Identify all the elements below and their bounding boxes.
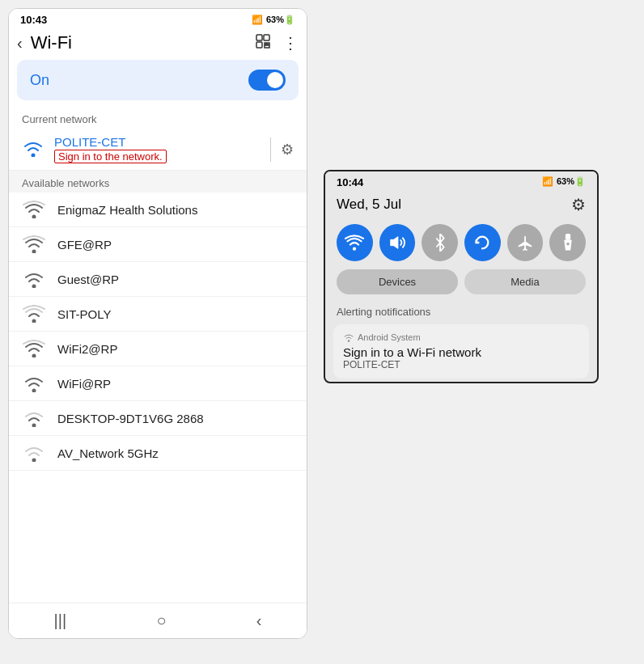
svg-point-11 [32,354,36,358]
nav-menu-icon[interactable]: ||| [54,611,67,630]
header-bar: ‹ Wi-Fi ⋮ [9,29,307,60]
svg-point-6 [32,153,36,157]
alerting-notifications-label: Alerting notifications [325,302,597,321]
nav-home-icon[interactable]: ○ [156,611,166,630]
sync-tile[interactable] [464,224,501,261]
notification-date: Wed, 5 Jul [337,197,401,213]
status-icons-left: 📶 63%🔋 [252,15,295,25]
network-item-8[interactable]: AV_Network 5GHz [9,436,307,471]
wifi-signal-icon-3 [22,270,46,288]
wifi-signal-icon-8 [22,444,46,462]
wifi-signal-icon-6 [22,374,46,392]
notification-app: Android System [343,332,579,342]
network-item-7[interactable]: DESKTOP-9DT1V6G 2868 [9,401,307,436]
right-notification-panel: 10:44 📶 63%🔋 Wed, 5 Jul ⚙ [324,170,599,383]
battery-icon-right: 63%🔋 [557,176,586,188]
header-actions: ⋮ [255,33,299,53]
media-tab[interactable]: Media [464,269,586,294]
svg-point-12 [32,389,36,393]
svg-marker-16 [391,237,398,249]
wifi-signal-icon-2 [22,235,46,253]
time-left: 10:43 [20,14,47,26]
wifi-signal-icon-7 [22,409,46,427]
available-networks-label: Available networks [9,171,307,192]
current-network-name: POLITE-CET [54,135,261,149]
svg-point-14 [32,459,36,463]
network-name-1: EnigmaZ Health Solutions [57,203,197,217]
sound-tile[interactable] [379,224,416,261]
page-title: Wi-Fi [31,32,255,53]
current-network-status: Sign in to the network. [54,150,167,163]
airplane-tile[interactable] [507,224,544,261]
svg-point-10 [32,319,36,324]
notification-card[interactable]: Android System Sign in to a Wi-Fi networ… [333,324,589,379]
network-item-6[interactable]: WiFi@RP [9,366,307,401]
status-icons-right: 📶 63%🔋 [542,176,586,188]
notification-title: Sign in to a Wi-Fi network [343,345,579,359]
svg-rect-1 [264,35,269,40]
wifi-on-label: On [30,72,49,89]
network-name-5: WiFi2@RP [57,342,117,356]
more-menu-icon[interactable]: ⋮ [282,33,299,53]
current-network-info: POLITE-CET Sign in to the network. [54,135,261,163]
current-network-item[interactable]: POLITE-CET Sign in to the network. ⚙ [9,129,307,171]
network-settings-icon[interactable]: ⚙ [281,141,294,159]
navigation-bar: ||| ○ ‹ [9,603,307,638]
svg-point-8 [32,250,36,254]
svg-point-20 [348,340,350,342]
wifi-signal-icon-5 [22,340,46,357]
date-row: Wed, 5 Jul ⚙ [325,192,597,221]
nav-back-icon[interactable]: ‹ [256,611,262,630]
current-wifi-icon [22,139,44,160]
network-name-3: Guest@RP [57,273,119,286]
signal-icon-right: 📶 [542,176,553,188]
svg-rect-4 [267,43,269,44]
quick-tiles-row [325,221,597,269]
network-item-3[interactable]: Guest@RP [9,262,307,297]
notification-app-name: Android System [358,332,421,342]
notification-subtitle: POLITE-CET [343,359,579,370]
svg-point-15 [353,247,356,251]
network-name-2: GFE@RP [57,238,112,252]
network-name-7: DESKTOP-9DT1V6G 2868 [57,412,204,425]
current-network-label: Current network [9,108,307,129]
network-item-4[interactable]: SIT-POLY [9,297,307,332]
wifi-signal-icon-1 [22,201,46,218]
svg-point-9 [32,285,36,289]
status-bar-left: 10:43 📶 63%🔋 [9,9,307,29]
wifi-signal-icon-4 [22,305,46,323]
back-button[interactable]: ‹ [17,34,23,53]
devices-media-tabs: Devices Media [325,269,597,302]
signal-icon: 📶 [252,15,263,25]
svg-point-13 [32,424,36,428]
bluetooth-tile[interactable] [422,224,458,261]
svg-rect-5 [265,45,269,48]
battery-icon: 63%🔋 [266,15,295,25]
settings-icon[interactable]: ⚙ [571,195,586,214]
svg-rect-0 [256,35,262,40]
network-item-5[interactable]: WiFi2@RP [9,332,307,366]
left-phone: 10:43 📶 63%🔋 ‹ Wi-Fi ⋮ On [8,8,307,639]
svg-rect-17 [566,234,570,240]
qr-icon[interactable] [255,33,271,53]
wifi-toggle-switch[interactable] [248,70,286,91]
network-item-2[interactable]: GFE@RP [9,227,307,262]
svg-rect-2 [256,42,262,48]
svg-rect-3 [265,43,266,44]
network-name-8: AV_Network 5GHz [57,446,159,460]
network-name-6: WiFi@RP [57,377,111,391]
divider [270,137,271,162]
status-bar-right: 10:44 📶 63%🔋 [325,171,597,192]
wifi-tile[interactable] [337,224,373,261]
svg-point-7 [32,215,36,219]
wifi-toggle-row[interactable]: On [17,60,299,100]
flashlight-tile[interactable] [549,224,586,261]
time-right: 10:44 [337,176,363,188]
svg-rect-19 [566,243,569,245]
devices-tab[interactable]: Devices [337,269,458,294]
network-name-4: SIT-POLY [57,307,111,321]
network-item-1[interactable]: EnigmaZ Health Solutions [9,192,307,227]
